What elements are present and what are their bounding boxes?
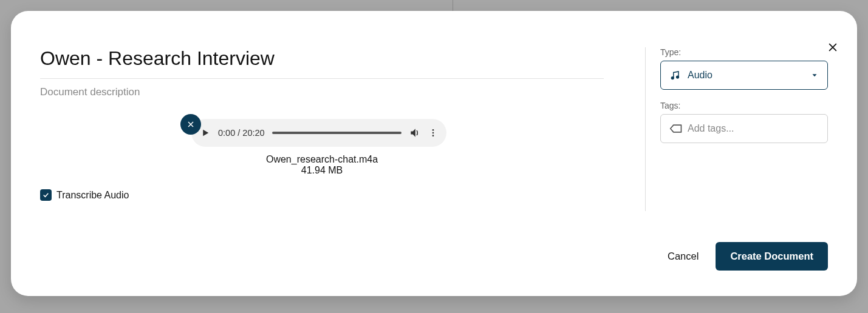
- svg-point-2: [432, 135, 434, 136]
- audio-player-wrap: 0:00 / 20:20: [191, 119, 453, 147]
- create-document-modal: 0:00 / 20:20 Owen_research-chat.m4a 41.9…: [11, 11, 857, 296]
- tag-icon: [669, 123, 682, 134]
- remove-attachment-button[interactable]: [180, 114, 201, 135]
- svg-point-0: [432, 129, 434, 131]
- create-document-button[interactable]: Create Document: [716, 242, 828, 271]
- transcribe-label: Transcribe Audio: [56, 190, 129, 201]
- type-field-label: Type:: [660, 47, 828, 57]
- audio-time-display: 0:00 / 20:20: [218, 128, 265, 138]
- volume-icon[interactable]: [409, 127, 421, 139]
- close-icon: [827, 41, 839, 53]
- left-column: 0:00 / 20:20 Owen_research-chat.m4a 41.9…: [40, 28, 645, 230]
- tags-input[interactable]: [688, 123, 819, 134]
- modal-footer: Cancel Create Document: [11, 230, 857, 296]
- audio-attachment-block: 0:00 / 20:20 Owen_research-chat.m4a 41.9…: [40, 119, 604, 176]
- audio-progress-track[interactable]: [272, 132, 402, 134]
- document-title-input[interactable]: [40, 28, 604, 79]
- document-description-input[interactable]: [40, 79, 604, 106]
- close-icon: [186, 119, 196, 129]
- backdrop-divider: [453, 0, 453, 11]
- right-column: Type: Audio Tags:: [646, 28, 828, 230]
- check-icon: [42, 191, 50, 199]
- transcribe-row: Transcribe Audio: [40, 189, 604, 201]
- type-select[interactable]: Audio: [660, 61, 828, 90]
- svg-point-4: [677, 76, 679, 78]
- audio-player: 0:00 / 20:20: [191, 119, 446, 147]
- more-icon[interactable]: [428, 127, 438, 139]
- audio-current-time: 0:00: [218, 128, 235, 138]
- tags-input-box[interactable]: [660, 114, 828, 143]
- play-icon[interactable]: [200, 127, 211, 138]
- svg-point-1: [432, 132, 434, 134]
- close-modal-button[interactable]: [824, 39, 841, 56]
- cancel-button[interactable]: Cancel: [668, 251, 699, 262]
- music-note-icon: [669, 70, 680, 81]
- type-select-value: Audio: [688, 70, 803, 81]
- transcribe-checkbox[interactable]: [40, 189, 52, 201]
- audio-file-size: 41.94 MB: [301, 165, 343, 176]
- chevron-down-icon: [810, 71, 819, 79]
- modal-body: 0:00 / 20:20 Owen_research-chat.m4a 41.9…: [11, 11, 857, 230]
- audio-file-name: Owen_research-chat.m4a: [266, 154, 378, 165]
- tags-field-label: Tags:: [660, 101, 828, 110]
- audio-duration: 20:20: [242, 128, 264, 138]
- svg-point-3: [671, 77, 674, 79]
